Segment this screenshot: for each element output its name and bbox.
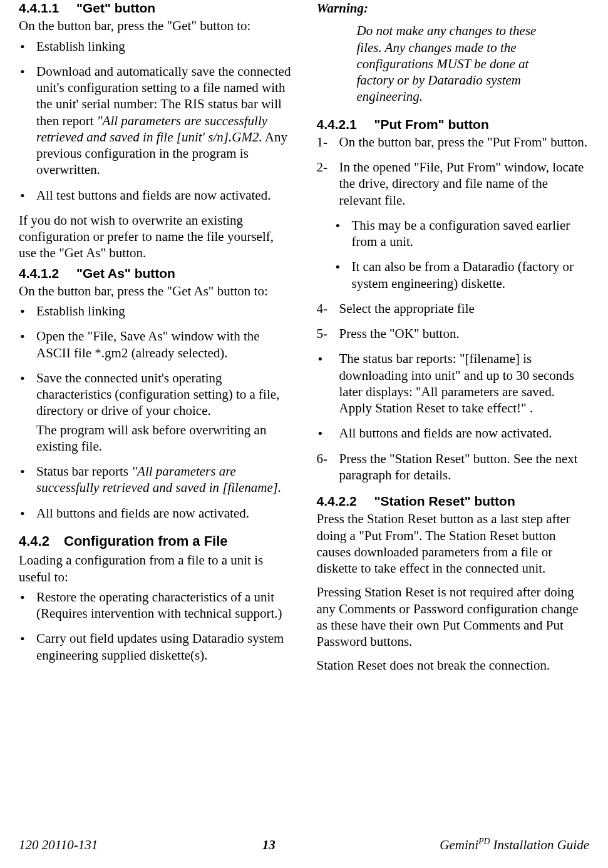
list-item: Status bar reports "All parameters are s… xyxy=(19,463,292,496)
list-item-text: Press the "Station Reset" button. See th… xyxy=(339,451,578,483)
paragraph: If you do not wish to overwrite an exist… xyxy=(19,212,292,262)
paragraph: On the button bar, press the "Get" butto… xyxy=(19,18,292,34)
list-item-text: Establish linking xyxy=(36,304,125,319)
paragraph: Loading a configuration from a file to a… xyxy=(19,552,292,585)
list-marker: 2- xyxy=(317,159,328,175)
footer-page-number: 13 xyxy=(262,837,276,853)
paragraph: On the button bar, press the "Get As" bu… xyxy=(19,283,292,299)
list-item-text: Save the connected unit's operating char… xyxy=(36,370,279,419)
bullet-list: The status bar reports: "[filename] is d… xyxy=(317,350,590,441)
heading-title: Configuration from a File xyxy=(64,533,228,549)
list-item: 2-In the opened "File, Put From" window,… xyxy=(317,159,590,208)
list-marker: 6- xyxy=(317,451,328,467)
list-item: Save the connected unit's operating char… xyxy=(19,370,292,454)
warning-heading: Warning: xyxy=(317,0,590,16)
list-item: Restore the operating characteristics of… xyxy=(19,589,292,622)
list-item: All buttons and fields are now activated… xyxy=(19,505,292,521)
paragraph: Station Reset does not break the connect… xyxy=(317,657,590,673)
bullet-list: This may be a configuration saved earlie… xyxy=(334,217,590,292)
list-item-text: It can also be from a Dataradio (factory… xyxy=(352,259,574,290)
list-item: Download and automatically save the conn… xyxy=(19,63,292,178)
list-item: It can also be from a Dataradio (factory… xyxy=(334,258,590,292)
heading-title: "Station Reset" button xyxy=(374,494,515,508)
list-item-text: Establish linking xyxy=(36,39,125,54)
list-item: 1-On the button bar, press the "Put From… xyxy=(317,134,590,150)
list-marker: 5- xyxy=(317,325,328,342)
heading-number: 4.4.2.1 xyxy=(317,116,374,133)
heading-title: "Put From" button xyxy=(374,117,489,131)
list-item: The status bar reports: "[filename] is d… xyxy=(317,350,590,416)
list-item: Carry out field updates using Dataradio … xyxy=(19,630,292,663)
heading-4-4-2-1: 4.4.2.1"Put From" button xyxy=(317,116,590,133)
numbered-list: 1-On the button bar, press the "Put From… xyxy=(317,134,590,208)
footer-right: GeminiPD Installation Guide xyxy=(440,836,589,853)
list-item: All buttons and fields are now activated… xyxy=(317,425,590,441)
list-item: All test buttons and fields are now acti… xyxy=(19,187,292,203)
list-item-text: Select the appropriate file xyxy=(339,301,475,316)
footer-right-a: Gemini xyxy=(440,837,478,852)
heading-number: 4.4.2 xyxy=(19,533,64,550)
list-item-subtext: The program will ask before overwriting … xyxy=(36,422,292,455)
list-item-text: Carry out field updates using Dataradio … xyxy=(36,631,284,662)
footer-right-b: Installation Guide xyxy=(490,837,589,852)
list-item-text: In the opened "File, Put From" window, l… xyxy=(339,160,584,208)
footer-right-sup: PD xyxy=(478,837,490,846)
list-item-text: All buttons and fields are now activated… xyxy=(339,426,552,441)
list-item-text: Status bar reports xyxy=(36,464,131,479)
list-item-text: Open the "File, Save As" window with the… xyxy=(36,329,260,360)
list-item: Establish linking xyxy=(19,303,292,319)
heading-4-4-2-2: 4.4.2.2"Station Reset" button xyxy=(317,493,590,509)
bullet-list: Establish linking Download and automatic… xyxy=(19,38,292,203)
list-item: 4-Select the appropriate file xyxy=(317,300,590,317)
list-item-text: This may be a configuration saved earlie… xyxy=(352,218,570,249)
list-item-text: On the button bar, press the "Put From" … xyxy=(339,135,588,150)
heading-4-4-1-2: 4.4.1.2"Get As" button xyxy=(19,265,292,282)
bullet-list: Restore the operating characteristics of… xyxy=(19,589,292,663)
heading-number: 4.4.2.2 xyxy=(317,493,374,509)
heading-4-4-2: 4.4.2Configuration from a File xyxy=(19,533,292,550)
heading-title: "Get As" button xyxy=(76,266,175,280)
list-item: 5-Press the "OK" button. xyxy=(317,325,590,342)
heading-title: "Get" button xyxy=(76,1,155,15)
list-item: 6-Press the "Station Reset" button. See … xyxy=(317,451,590,484)
warning-body: Do not make any changes to these files. … xyxy=(357,23,590,105)
numbered-list: 6-Press the "Station Reset" button. See … xyxy=(317,451,590,484)
list-item-text: All test buttons and fields are now acti… xyxy=(36,188,271,203)
footer-left: 120 20110-131 xyxy=(19,837,98,853)
paragraph: Press the Station Reset button as a last… xyxy=(317,511,590,576)
list-item-text: All buttons and fields are now activated… xyxy=(36,506,249,521)
list-item-text: Restore the operating characteristics of… xyxy=(36,590,282,621)
list-marker: 4- xyxy=(317,300,328,317)
list-item-text: The status bar reports: "[filename] is d… xyxy=(339,351,574,416)
heading-number: 4.4.1.1 xyxy=(19,0,76,16)
heading-number: 4.4.1.2 xyxy=(19,265,76,282)
list-item: Establish linking xyxy=(19,38,292,54)
heading-4-4-1-1: 4.4.1.1"Get" button xyxy=(19,0,292,16)
paragraph: Pressing Station Reset is not required a… xyxy=(317,584,590,650)
list-marker: 1- xyxy=(317,134,328,150)
list-item: This may be a configuration saved earlie… xyxy=(334,217,590,250)
list-item: Open the "File, Save As" window with the… xyxy=(19,328,292,361)
list-item-text: Press the "OK" button. xyxy=(339,326,460,341)
numbered-list: 4-Select the appropriate file 5-Press th… xyxy=(317,300,590,342)
page-footer: 120 20110-131 13 GeminiPD Installation G… xyxy=(19,836,589,853)
bullet-list: Establish linking Open the "File, Save A… xyxy=(19,303,292,521)
